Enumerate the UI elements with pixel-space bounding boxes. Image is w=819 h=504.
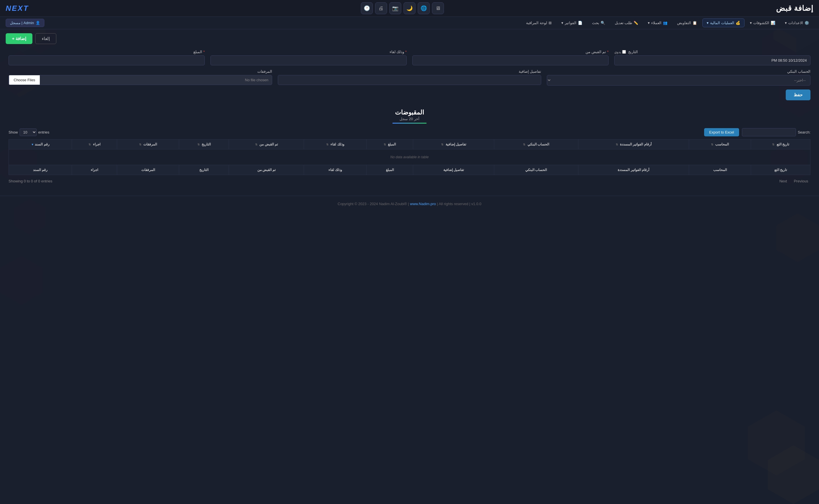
- table-title: المقبوضات: [9, 109, 810, 116]
- attachments-group: المرفقات No file chosen Choose Files: [9, 69, 272, 86]
- bank-account-group: الحساب البنكي --اختر--: [547, 69, 810, 86]
- edit-icon: ✏️: [634, 21, 638, 25]
- save-button[interactable]: حفظ: [786, 89, 810, 100]
- footer-copyright: Copyright © 2023 - 2024 Nadim Al-Zoubi® …: [338, 202, 409, 206]
- cancel-button[interactable]: إلغاء: [35, 33, 56, 44]
- nav-items-left: ⚙️ الاعدادات ▾ 📊 الكشوفات ▾ 💰 العمليات ا…: [522, 18, 813, 27]
- foot-date2: تاريخ التع: [751, 165, 810, 175]
- table-footer-row: تاريخ التع المحاسب أرقام الفواتير المسدد…: [9, 165, 810, 175]
- table-no-data-row: No data available in table: [9, 149, 810, 165]
- form-row-2: الحساب البنكي --اختر-- تفاصيل إضافية الم…: [0, 69, 819, 88]
- foot-meeting-for: وذلك لقاء: [304, 165, 367, 175]
- add-button[interactable]: + إضافة: [6, 33, 32, 44]
- amount-label: * المبلغ: [9, 50, 205, 54]
- printer-icon[interactable]: 🖨: [375, 2, 387, 14]
- col-amount: المبلغ ⇅: [366, 139, 413, 149]
- and-meeting-input[interactable]: [211, 55, 407, 65]
- search-input[interactable]: [742, 128, 796, 136]
- manual-checkbox-group: يدوي: [614, 50, 626, 54]
- foot-received-from: تم القبض من: [229, 165, 304, 175]
- search-box: Search:: [742, 128, 810, 136]
- table-header-row: تاريخ التع ⇅ المحاسب ⇅ أرقام الفواتير ال…: [9, 139, 810, 149]
- footer-website-link[interactable]: www.Nadim.pro: [410, 202, 436, 206]
- choose-files-button[interactable]: Choose Files: [9, 75, 40, 85]
- financial-icon: 💰: [736, 21, 740, 25]
- col-accountant: المحاسب ⇅: [689, 139, 751, 149]
- sidebar-item-clients[interactable]: 👥 العملاء ▾: [644, 18, 672, 27]
- col-invoice-numbers: أرقام الفواتير المسددة ⇅: [578, 139, 689, 149]
- col-action: اجراء ⇅: [72, 139, 117, 149]
- attachments-label: المرفقات: [9, 69, 272, 74]
- col-date2: تاريخ التع ⇅: [751, 139, 810, 149]
- foot-serial: رقم السند: [9, 165, 72, 175]
- foot-date: التاريخ: [179, 165, 229, 175]
- foot-amount: المبلغ: [366, 165, 413, 175]
- received-from-label: * تم القبض من: [412, 50, 608, 54]
- quotations-icon: 📋: [693, 21, 697, 25]
- sidebar-item-statements[interactable]: 📊 الكشوفات ▾: [746, 18, 780, 27]
- pagination-info: Showing 0 to 0 of 0 entries: [9, 179, 52, 183]
- globe-icon[interactable]: 🌐: [418, 2, 430, 14]
- topbar-icons: 🖥 🌐 🌙 📷 🖨 🕐: [361, 2, 444, 14]
- foot-invoice-numbers: أرقام الفواتير المسددة: [578, 165, 689, 175]
- topbar: إضافة قبض 🖥 🌐 🌙 📷 🖨 🕐 NEXT: [0, 0, 819, 17]
- monitoring-icon: ⊞: [548, 21, 552, 25]
- manual-checkbox[interactable]: [622, 50, 626, 54]
- statements-icon: 📊: [771, 21, 775, 25]
- table-right-controls: Export to Excel Search:: [704, 128, 810, 136]
- foot-action: اجراء: [72, 165, 117, 175]
- extra-details-input[interactable]: [278, 75, 541, 85]
- date-group: التاريخ يدوي: [614, 50, 810, 65]
- col-meeting-for: وذلك لقاء ⇅: [304, 139, 367, 149]
- amount-group: * المبلغ: [9, 50, 205, 65]
- col-bank-account: الحساب البنكي ⇅: [494, 139, 578, 149]
- user-menu[interactable]: 👤 Admin | مسجل: [6, 19, 44, 27]
- amount-input[interactable]: [9, 55, 205, 65]
- foot-attachments: المرفقات: [117, 165, 179, 175]
- date-label: التاريخ: [628, 50, 638, 54]
- page-title: إضافة قبض: [776, 4, 813, 13]
- received-from-group: * تم القبض من: [412, 50, 608, 65]
- table-controls: Show 10 25 50 100 entries Export to Exce…: [9, 128, 810, 136]
- table-title-underline: [392, 123, 427, 124]
- clock-icon[interactable]: 🕐: [361, 2, 373, 14]
- moon-icon[interactable]: 🌙: [404, 2, 415, 14]
- clients-icon: 👥: [663, 21, 668, 25]
- form-row-1: التاريخ يدوي * تم القبض من * وذلك لقاء *…: [0, 46, 819, 69]
- bank-account-label: الحساب البنكي: [547, 69, 810, 74]
- sidebar-item-monitoring[interactable]: ⊞ لوحة المراقبة: [522, 18, 556, 27]
- invoices-icon: 📄: [578, 21, 582, 25]
- sidebar-item-invoices[interactable]: 📄 الفواتير ▾: [557, 18, 587, 27]
- settings-icon: ⚙️: [805, 21, 809, 25]
- col-attachments: المرفقات ⇅: [117, 139, 179, 149]
- previous-button[interactable]: Previous: [791, 178, 810, 184]
- received-from-input[interactable]: [412, 55, 608, 65]
- col-serial: رقم السند ▼: [9, 139, 72, 149]
- sidebar-item-settings[interactable]: ⚙️ الاعدادات ▾: [781, 18, 813, 27]
- col-received-from: تم القبض من ⇅: [229, 139, 304, 149]
- footer: Copyright © 2023 - 2024 Nadim Al-Zoubi® …: [0, 196, 819, 212]
- next-button[interactable]: Next: [777, 178, 789, 184]
- date-input[interactable]: [614, 55, 810, 65]
- bank-account-select[interactable]: --اختر--: [547, 75, 810, 86]
- and-meeting-group: * وذلك لقاء: [211, 50, 407, 65]
- monitor-icon[interactable]: 🖥: [432, 2, 444, 14]
- sidebar-item-edit-request[interactable]: ✏️ طلب تعديل: [610, 18, 643, 27]
- app-logo: NEXT: [6, 4, 29, 13]
- sidebar-item-search[interactable]: 🔍 بحث: [588, 18, 609, 27]
- entries-select[interactable]: 10 25 50 100: [20, 128, 37, 136]
- foot-bank-account: الحساب البنكي: [494, 165, 578, 175]
- sidebar-item-financial-ops[interactable]: 💰 العمليات المالية ▾: [703, 18, 745, 27]
- save-row: حفظ: [0, 88, 819, 106]
- no-data-cell: No data available in table: [9, 149, 810, 165]
- camera-icon[interactable]: 📷: [389, 2, 401, 14]
- sidebar-item-quotations[interactable]: 📋 التفاويض: [673, 18, 701, 27]
- action-row: + إضافة إلغاء: [0, 29, 819, 46]
- footer-rights: | All rights reserved | v1.0.0: [437, 202, 481, 206]
- show-entries: Show 10 25 50 100 entries: [9, 128, 49, 136]
- main-nav: ⚙️ الاعدادات ▾ 📊 الكشوفات ▾ 💰 العمليات ا…: [0, 17, 819, 29]
- col-date: التاريخ ⇅: [179, 139, 229, 149]
- export-excel-button[interactable]: Export to Excel: [704, 128, 739, 136]
- table-subtitle: آخر 20 سجل: [9, 117, 810, 121]
- pagination-buttons: Next Previous: [777, 178, 810, 184]
